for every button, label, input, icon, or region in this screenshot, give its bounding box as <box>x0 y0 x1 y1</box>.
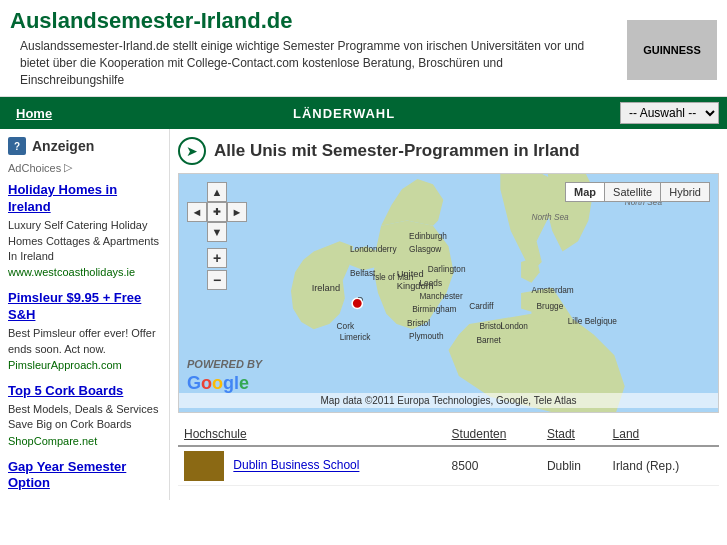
col-hochschule: Hochschule <box>178 423 446 446</box>
table-header: Hochschule Studenten Stadt Land <box>178 423 719 446</box>
svg-text:Lille Belgique: Lille Belgique <box>568 316 618 326</box>
svg-text:Ireland: Ireland <box>312 283 340 293</box>
gap-year-text-line1: Gap Year Semester <box>8 459 126 474</box>
map-controls: ▲ ◄ ✚ ► ▼ + − <box>187 182 247 290</box>
site-title: Auslandsemester-Irland.de <box>10 8 610 34</box>
pan-center-button[interactable]: ✚ <box>207 202 227 222</box>
ad-block-3: Top 5 Cork Boards Best Models, Deals & S… <box>8 383 161 447</box>
google-o1: o <box>201 373 212 393</box>
col-studenten: Studenten <box>446 423 541 446</box>
gap-year-text-line2: Option <box>8 475 50 490</box>
google-logo: POWERED BY Google <box>187 352 262 394</box>
google-e: e <box>239 373 249 393</box>
school-cell: Dublin Business School <box>178 446 446 486</box>
guinness-logo: GUINNESS <box>627 20 717 80</box>
svg-text:Limerick: Limerick <box>340 332 372 342</box>
svg-text:Birmingham: Birmingham <box>412 304 456 314</box>
title-plain: Auslandsemester- <box>10 8 201 33</box>
ad-3-title[interactable]: Top 5 Cork Boards <box>8 383 161 400</box>
header-description: Auslandssemester-Irland.de stellt einige… <box>10 34 610 92</box>
svg-text:London: London <box>500 322 528 332</box>
svg-text:Isle of Man: Isle of Man <box>373 272 414 282</box>
map-type-hybrid[interactable]: Hybrid <box>661 183 709 201</box>
pan-up-button[interactable]: ▲ <box>207 182 227 202</box>
students-cell: 8500 <box>446 446 541 486</box>
svg-text:Leeds: Leeds <box>419 278 442 288</box>
title-suffix: .de <box>261 8 293 33</box>
google-gl: gl <box>223 373 239 393</box>
svg-text:Glasgow: Glasgow <box>409 244 441 254</box>
country-cell: Irland (Rep.) <box>607 446 719 486</box>
table-body: Dublin Business School 8500 Dublin Irlan… <box>178 446 719 486</box>
city-cell: Dublin <box>541 446 607 486</box>
ad-3-desc: Best Models, Deals & Services Save Big o… <box>8 402 161 433</box>
svg-text:Amsterdam: Amsterdam <box>531 285 573 295</box>
svg-point-27 <box>352 299 362 309</box>
nav-select-wrapper: -- Auswahl -- Irland England Schottland … <box>620 102 727 124</box>
zoom-out-button[interactable]: − <box>207 270 227 290</box>
svg-text:North Sea: North Sea <box>531 213 569 223</box>
nav-laenderwahl-label: LÄNDERWAHL <box>68 106 620 121</box>
header: Auslandsemester-Irland.de Auslandssemest… <box>0 0 727 97</box>
navbar: Home LÄNDERWAHL -- Auswahl -- Irland Eng… <box>0 97 727 129</box>
ad-choices-arrow-icon: ▷ <box>64 161 72 174</box>
svg-text:Darlington: Darlington <box>428 265 466 275</box>
ad-2-desc: Best Pimsleur offer ever! Offer ends soo… <box>8 326 161 357</box>
arrow-circle-icon: ➤ <box>178 137 206 165</box>
sidebar: ? Anzeigen AdChoices ▷ Holiday Homes in … <box>0 129 170 500</box>
svg-text:Londonderry: Londonderry <box>350 244 397 254</box>
map-container[interactable]: Ireland United Kingdom Edinburgh Glasgow… <box>178 173 719 413</box>
sidebar-header: ? Anzeigen <box>8 137 161 155</box>
content-title: Alle Unis mit Semester-Programmen in Irl… <box>214 141 580 161</box>
main-layout: ? Anzeigen AdChoices ▷ Holiday Homes in … <box>0 129 727 500</box>
svg-text:Cork: Cork <box>337 322 355 332</box>
svg-text:Barnet: Barnet <box>476 335 501 345</box>
zoom-in-button[interactable]: + <box>207 248 227 268</box>
ad-2-url: PimsleurApproach.com <box>8 359 161 371</box>
ad-3-url: ShopCompare.net <box>8 435 161 447</box>
gap-year-link[interactable]: Gap Year Semester Option <box>8 459 161 493</box>
svg-text:Plymouth: Plymouth <box>409 331 444 341</box>
map-copyright: Map data ©2011 Europa Technologies, Goog… <box>179 393 718 408</box>
svg-text:Bristol: Bristol <box>407 319 430 329</box>
col-stadt: Stadt <box>541 423 607 446</box>
country-select[interactable]: -- Auswahl -- Irland England Schottland … <box>620 102 719 124</box>
sidebar-ad-icon: ? <box>8 137 26 155</box>
google-g: G <box>187 373 201 393</box>
ad-choices-label[interactable]: AdChoices ▷ <box>8 161 161 174</box>
google-o2: o <box>212 373 223 393</box>
map-type-buttons: Map Satellite Hybrid <box>565 182 710 202</box>
svg-text:Edinburgh: Edinburgh <box>409 231 447 241</box>
ad-1-title[interactable]: Holiday Homes in Ireland <box>8 182 161 216</box>
ad-block-1: Holiday Homes in Ireland Luxury Self Cat… <box>8 182 161 278</box>
main-content: ➤ Alle Unis mit Semester-Programmen in I… <box>170 129 727 500</box>
map-type-map[interactable]: Map <box>566 183 605 201</box>
sidebar-title: Anzeigen <box>32 138 94 154</box>
svg-text:Bristol: Bristol <box>480 322 503 332</box>
pan-right-button[interactable]: ► <box>227 202 247 222</box>
ad-block-2: Pimsleur $9.95 + Free S&H Best Pimsleur … <box>8 290 161 371</box>
svg-text:Manchester: Manchester <box>419 292 463 302</box>
table-row: Dublin Business School 8500 Dublin Irlan… <box>178 446 719 486</box>
school-thumbnail <box>184 451 224 481</box>
map-type-satellite[interactable]: Satellite <box>605 183 661 201</box>
results-table: Hochschule Studenten Stadt Land Dublin B… <box>178 423 719 486</box>
svg-text:Cardiff: Cardiff <box>469 301 494 311</box>
school-name-link[interactable]: Dublin Business School <box>233 459 359 473</box>
pan-down-button[interactable]: ▼ <box>207 222 227 242</box>
ad-1-desc: Luxury Self Catering Holiday Homes Cotta… <box>8 218 161 264</box>
pan-row: ◄ ✚ ► <box>187 202 247 222</box>
title-accent: Irland <box>201 8 261 33</box>
col-land: Land <box>607 423 719 446</box>
ad-2-title[interactable]: Pimsleur $9.95 + Free S&H <box>8 290 161 324</box>
pan-left-button[interactable]: ◄ <box>187 202 207 222</box>
svg-text:Brugge: Brugge <box>537 301 564 311</box>
ad-1-url: www.westcoastholidays.ie <box>8 266 161 278</box>
nav-home-link[interactable]: Home <box>0 98 68 129</box>
content-header: ➤ Alle Unis mit Semester-Programmen in I… <box>178 137 719 165</box>
